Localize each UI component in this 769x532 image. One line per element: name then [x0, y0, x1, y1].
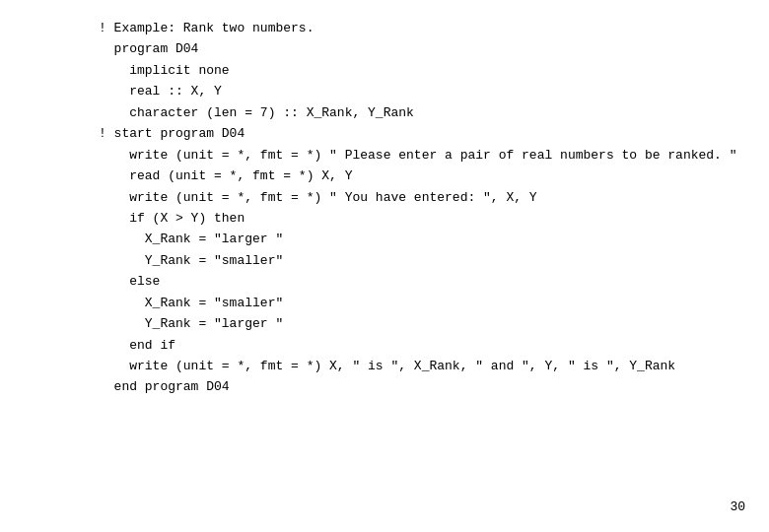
code-line-4: real :: X, Y: [99, 81, 749, 101]
page-number: 30: [730, 499, 745, 514]
code-line-12: Y_Rank = "smaller": [99, 250, 749, 271]
code-block: ! Example: Rank two numbers. program D04…: [99, 18, 749, 398]
code-line-13: else: [99, 271, 749, 292]
code-line-1: ! Example: Rank two numbers.: [99, 18, 749, 38]
code-line-18: end program D04: [99, 376, 749, 397]
code-line-11: X_Rank = "larger ": [99, 229, 749, 249]
code-line-3: implicit none: [99, 60, 749, 81]
code-line-17: write (unit = *, fmt = *) X, " is ", X_R…: [99, 356, 749, 376]
code-line-16: end if: [99, 335, 749, 356]
code-line-2: program D04: [99, 38, 749, 59]
code-line-10: if (X > Y) then: [99, 208, 749, 229]
code-line-14: X_Rank = "smaller": [99, 293, 749, 313]
code-line-6: ! start program D04: [99, 123, 749, 144]
code-line-15: Y_Rank = "larger ": [99, 313, 749, 334]
code-line-5: character (len = 7) :: X_Rank, Y_Rank: [99, 102, 749, 123]
page-container: ! Example: Rank two numbers. program D04…: [0, 0, 769, 532]
code-line-9: write (unit = *, fmt = *) " You have ent…: [99, 187, 749, 208]
code-line-7: write (unit = *, fmt = *) " Please enter…: [99, 145, 749, 166]
code-line-8: read (unit = *, fmt = *) X, Y: [99, 166, 749, 186]
